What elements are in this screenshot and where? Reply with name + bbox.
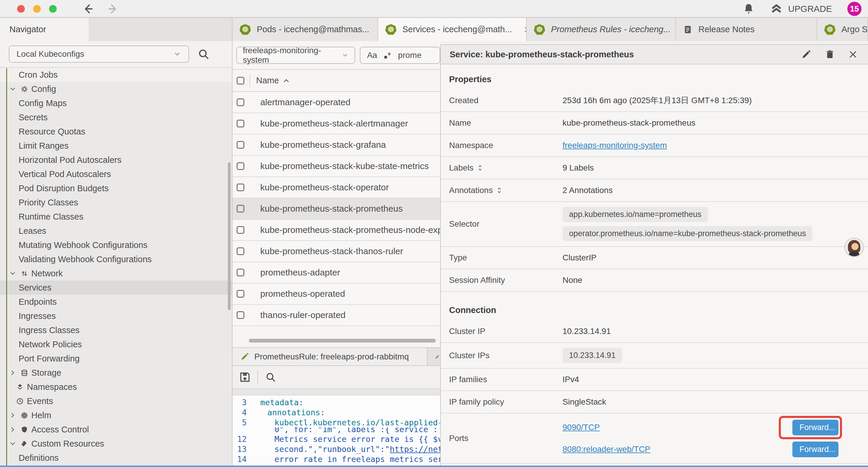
chevron-down-icon[interactable] xyxy=(8,270,17,277)
sidebar-item-validating-webhook-configurations[interactable]: Validating Webhook Configurations xyxy=(0,252,232,266)
kubeconfig-select[interactable]: Local Kubeconfigs xyxy=(9,46,189,63)
upgrade-button[interactable]: UPGRADE xyxy=(770,3,832,15)
namespace-link[interactable]: freeleaps-monitoring-system xyxy=(562,141,667,150)
close-window-button[interactable] xyxy=(17,5,25,13)
chevron-down-icon[interactable] xyxy=(8,85,17,92)
sidebar-item-namespaces[interactable]: Namespaces xyxy=(0,380,232,394)
sidebar-item-config[interactable]: Config xyxy=(0,82,232,96)
table-row-prometheus-adapter[interactable]: prometheus-adapter xyxy=(232,262,440,284)
table-search-input[interactable]: Aa * prome xyxy=(360,47,440,64)
row-checkbox[interactable] xyxy=(237,311,244,319)
sidebar-item-config-maps[interactable]: Config Maps xyxy=(0,96,232,110)
namespace-select[interactable]: freeleaps-monitoring-system xyxy=(236,47,355,64)
table-row-thanos-ruler-operated[interactable]: thanos-ruler-operated xyxy=(232,305,440,326)
sidebar-search-icon[interactable] xyxy=(197,48,210,60)
sidebar-item-resource-quotas[interactable]: Resource Quotas xyxy=(0,124,232,139)
notification-badge[interactable]: 15 xyxy=(847,2,862,16)
forward-button[interactable]: Forward... xyxy=(793,442,838,457)
editor-tab-next-partial[interactable] xyxy=(428,348,440,365)
sidebar-item-ingresses[interactable]: Ingresses xyxy=(0,309,232,323)
row-checkbox[interactable] xyxy=(237,141,244,149)
sort-toggle-icon[interactable] xyxy=(477,164,483,172)
select-all-checkbox[interactable] xyxy=(237,77,244,85)
sidebar-item-network-policies[interactable]: Network Policies xyxy=(0,337,232,351)
close-tab-icon[interactable] xyxy=(524,26,527,33)
sidebar-item-definitions[interactable]: Definitions xyxy=(0,451,232,465)
sidebar-item-pod-disruption-budgets[interactable]: Pod Disruption Budgets xyxy=(0,181,232,195)
name-column-header[interactable]: Name xyxy=(250,74,289,87)
forward-button[interactable]: Forward... xyxy=(793,420,838,435)
table-row-kube-prometheus-stack-operator[interactable]: kube-prometheus-stack-operator xyxy=(232,177,440,198)
forward-button[interactable] xyxy=(107,3,119,14)
sidebar-scrollbar[interactable] xyxy=(228,162,231,310)
match-case-toggle[interactable]: Aa xyxy=(367,51,377,60)
save-button[interactable] xyxy=(239,371,251,383)
tab-prometheus-rules-icecheng[interactable]: ☸Prometheus Rules - icecheng... xyxy=(527,18,676,41)
tab-release-notes[interactable]: Release Notes xyxy=(676,18,817,41)
sidebar-item-access-control[interactable]: Access Control xyxy=(0,422,232,437)
chevron-right-icon[interactable] xyxy=(8,369,17,376)
row-checkbox[interactable] xyxy=(237,290,244,298)
table-row-kube-prometheus-stack-prometheus-node-expor[interactable]: kube-prometheus-stack-prometheus-node-ex… xyxy=(232,220,440,241)
sidebar-item-ingress-classes[interactable]: Ingress Classes xyxy=(0,323,232,337)
sidebar-item-limit-ranges[interactable]: Limit Ranges xyxy=(0,139,232,153)
port-link-8080-reloader-web-tcp[interactable]: 8080:reloader-web/TCP xyxy=(562,444,650,454)
row-checkbox[interactable] xyxy=(237,120,244,127)
table-row-kube-prometheus-stack-prometheus[interactable]: kube-prometheus-stack-prometheus xyxy=(232,198,440,220)
code-line: 12Metrics service error rate is {{ $va xyxy=(232,434,440,444)
close-panel-icon[interactable] xyxy=(848,50,857,59)
sidebar-item-storage[interactable]: Storage xyxy=(0,366,232,380)
table-row-prometheus-operated[interactable]: prometheus-operated xyxy=(232,284,440,305)
row-checkbox[interactable] xyxy=(237,183,244,191)
sidebar-item-vertical-pod-autoscalers[interactable]: Vertical Pod Autoscalers xyxy=(0,167,232,181)
table-row-kube-prometheus-stack-thanos-ruler[interactable]: kube-prometheus-stack-thanos-ruler xyxy=(232,241,440,262)
table-row-kube-prometheus-stack-grafana[interactable]: kube-prometheus-stack-grafana xyxy=(232,135,440,156)
row-checkbox[interactable] xyxy=(237,247,244,255)
assistant-avatar[interactable] xyxy=(844,238,864,257)
sidebar-item-custom-resources[interactable]: Custom Resources xyxy=(0,437,232,451)
row-checkbox[interactable] xyxy=(237,226,244,234)
bell-icon[interactable] xyxy=(743,3,754,15)
chevron-right-icon[interactable] xyxy=(8,412,17,419)
row-checkbox[interactable] xyxy=(237,205,244,212)
code-link[interactable]: https://net xyxy=(390,444,440,454)
sidebar-item-endpoints[interactable]: Endpoints xyxy=(0,295,232,309)
regex-toggle[interactable]: * xyxy=(384,50,391,60)
edit-button[interactable] xyxy=(801,49,811,59)
table-row-alertmanager-operated[interactable]: alertmanager-operated xyxy=(232,92,440,113)
row-checkbox[interactable] xyxy=(237,269,244,276)
minimize-window-button[interactable] xyxy=(33,5,41,13)
sidebar-item-port-forwarding[interactable]: Port Forwarding xyxy=(0,351,232,366)
tab-services-icecheng-math[interactable]: ☸Services - icecheng@math... xyxy=(378,18,527,41)
sidebar-item-events[interactable]: Events xyxy=(0,394,232,408)
sidebar-item-leases[interactable]: Leases xyxy=(0,224,232,238)
table-row-kube-prometheus-stack-alertmanager[interactable]: kube-prometheus-stack-alertmanager xyxy=(232,113,440,135)
navigator-tab[interactable]: Navigator xyxy=(0,18,89,41)
sidebar-item-horizontal-pod-autoscalers[interactable]: Horizontal Pod Autoscalers xyxy=(0,153,232,167)
editor-tab-prometheusrule[interactable]: PrometheusRule: freeleaps-prod-rabbitmq xyxy=(232,348,428,365)
chevron-down-icon[interactable] xyxy=(8,440,17,447)
sort-toggle-icon[interactable] xyxy=(496,186,502,194)
editor-search-icon[interactable] xyxy=(265,372,276,383)
service-name: kube-prometheus-stack-grafana xyxy=(260,140,386,150)
sidebar-item-helm[interactable]: Helm xyxy=(0,408,232,422)
sidebar-item-services[interactable]: Services xyxy=(0,281,232,295)
table-row-kube-prometheus-stack-kube-state-metrics[interactable]: kube-prometheus-stack-kube-state-metrics xyxy=(232,156,440,177)
horizontal-scrollbar[interactable] xyxy=(249,339,436,343)
sidebar-item-mutating-webhook-configurations[interactable]: Mutating Webhook Configurations xyxy=(0,238,232,252)
row-checkbox[interactable] xyxy=(237,162,244,170)
sidebar-item-secrets[interactable]: Secrets xyxy=(0,110,232,124)
sidebar-item-priority-classes[interactable]: Priority Classes xyxy=(0,195,232,209)
sidebar-item-cron-jobs[interactable]: Cron Jobs xyxy=(0,68,232,82)
sidebar-item-network[interactable]: Network xyxy=(0,266,232,281)
yaml-editor[interactable]: 3metadata:4annotations:5kubectl.kubernet… xyxy=(232,396,440,467)
chevron-right-icon[interactable] xyxy=(8,426,17,433)
back-button[interactable] xyxy=(82,3,94,14)
sidebar-item-runtime-classes[interactable]: Runtime Classes xyxy=(0,209,232,224)
zoom-window-button[interactable] xyxy=(49,5,57,13)
delete-button[interactable] xyxy=(825,49,835,60)
tab-argo-se[interactable]: ☸Argo Se xyxy=(817,18,868,41)
row-checkbox[interactable] xyxy=(237,98,244,106)
port-link-9090-tcp[interactable]: 9090/TCP xyxy=(562,423,600,432)
tab-pods-icecheng-mathmas[interactable]: ☸Pods - icecheng@mathmas... xyxy=(232,18,378,41)
